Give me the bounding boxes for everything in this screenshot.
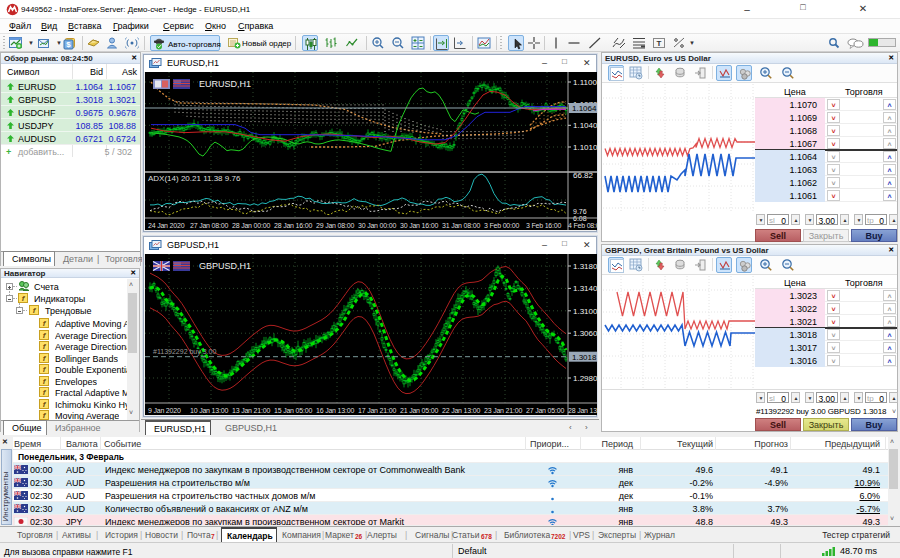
svg-text:$: $ (66, 40, 71, 49)
svg-text:3 Feb 16:00: 3 Feb 16:00 (526, 222, 561, 229)
svg-text:1.1100: 1.1100 (573, 78, 597, 87)
svg-text:28 Jan 13:00: 28 Jan 13:00 (568, 407, 597, 414)
svg-text:30 Jan 16:00: 30 Jan 16:00 (400, 222, 438, 229)
svg-text:28 Jan 16:00: 28 Jan 16:00 (274, 222, 312, 229)
svg-text:16 Jan 13:00: 16 Jan 13:00 (316, 407, 354, 414)
svg-text:1.3100: 1.3100 (573, 307, 597, 316)
svg-text:27 Jan 08:00: 27 Jan 08:00 (190, 222, 228, 229)
svg-text:9 Jan 2020: 9 Jan 2020 (148, 407, 181, 414)
svg-text:17 Jan 21:00: 17 Jan 21:00 (358, 407, 396, 414)
svg-text:29 Jan 08:00: 29 Jan 08:00 (316, 222, 354, 229)
svg-text:1.3060: 1.3060 (573, 329, 597, 338)
svg-text:3 Feb 00:00: 3 Feb 00:00 (484, 222, 519, 229)
svg-text:1.3140: 1.3140 (573, 284, 597, 293)
svg-text:30 Jan 00:00: 30 Jan 00:00 (358, 222, 396, 229)
svg-text:21 Jan 05:00: 21 Jan 05:00 (400, 407, 438, 414)
svg-text:22 Jan 13:00: 22 Jan 13:00 (442, 407, 480, 414)
svg-text:T: T (657, 39, 662, 48)
svg-text:31 Jan 08:00: 31 Jan 08:00 (442, 222, 480, 229)
svg-text:13 Jan 21:00: 13 Jan 21:00 (232, 407, 270, 414)
svg-text:24 Jan 2020: 24 Jan 2020 (148, 222, 185, 229)
svg-text:4 Feb 08:00: 4 Feb 08:00 (568, 222, 597, 229)
svg-text:1.1040: 1.1040 (573, 121, 597, 130)
svg-text:1.3018: 1.3018 (572, 353, 597, 362)
svg-text:10 Jan 13:00: 10 Jan 13:00 (190, 407, 228, 414)
svg-text:15 Jan 05:00: 15 Jan 05:00 (274, 407, 312, 414)
svg-text:#11392292 buy 3.00: #11392292 buy 3.00 (153, 348, 216, 356)
svg-text:1.2980: 1.2980 (573, 374, 597, 383)
svg-text:28 Jan 00:00: 28 Jan 00:00 (232, 222, 270, 229)
svg-text:ADX(14) 20.21 11.38 9.76: ADX(14) 20.21 11.38 9.76 (148, 174, 241, 183)
svg-text:23 Jan 21:00: 23 Jan 21:00 (484, 407, 522, 414)
svg-text:EURUSD,H1: EURUSD,H1 (199, 79, 251, 89)
svg-text:9.76: 9.76 (573, 208, 587, 215)
svg-text:1.1010: 1.1010 (573, 143, 597, 152)
svg-text:1.3180: 1.3180 (573, 262, 597, 271)
svg-text:GBPUSD,H1: GBPUSD,H1 (199, 261, 251, 271)
svg-text:27 Jan 05:00: 27 Jan 05:00 (526, 407, 564, 414)
svg-text:66.82: 66.82 (573, 171, 594, 180)
svg-text:1.1064: 1.1064 (572, 104, 597, 113)
